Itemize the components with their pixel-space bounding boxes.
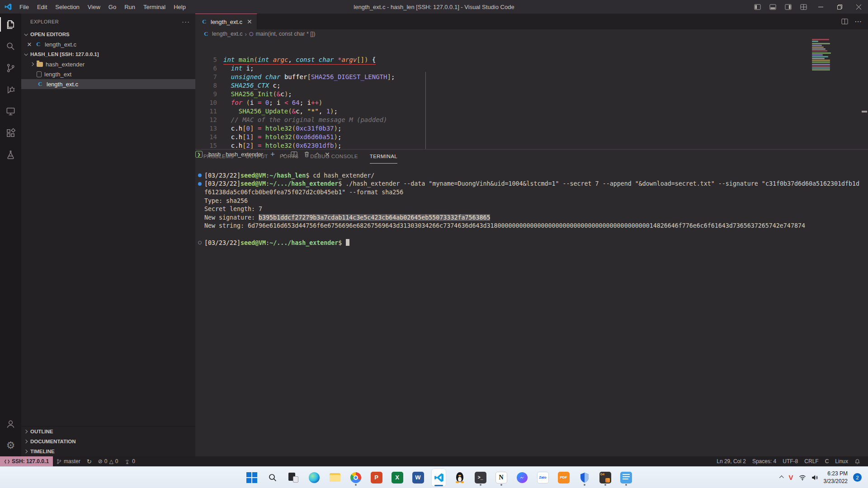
vscode-icon[interactable] xyxy=(431,469,446,487)
activity-explorer-icon[interactable] xyxy=(0,14,21,35)
tab-close-icon[interactable]: ✕ xyxy=(247,18,252,25)
volume-icon[interactable] xyxy=(811,474,818,481)
status-utf-8[interactable]: UTF-8 xyxy=(779,456,801,466)
panel-tab-output[interactable]: OUTPUT xyxy=(245,150,268,164)
section-outline[interactable]: OUTLINE xyxy=(21,427,195,436)
toggle-secondary-sidebar-icon[interactable] xyxy=(780,0,796,14)
explorer-actions-icon[interactable]: ··· xyxy=(182,18,190,25)
excel-icon[interactable]: X xyxy=(390,469,405,487)
panel-tab-terminal[interactable]: TERMINAL xyxy=(370,150,397,164)
menu-item-terminal[interactable]: Terminal xyxy=(140,2,169,12)
activity-run-debug-icon[interactable] xyxy=(0,79,21,100)
code-line-9[interactable]: 9 SHA256_Init(&c); xyxy=(195,90,868,99)
git-branch-indicator[interactable]: master xyxy=(53,456,84,466)
terminal[interactable]: [03/23/22]seed@VM:~/hash_len$ cd hash_ex… xyxy=(195,171,868,456)
section-documentation[interactable]: DOCUMENTATION xyxy=(21,436,195,446)
toggle-panel-icon[interactable] xyxy=(765,0,780,14)
section-timeline[interactable]: TIMELINE xyxy=(21,446,195,456)
activity-search-icon[interactable] xyxy=(0,35,21,57)
file-explorer-icon[interactable] xyxy=(327,469,342,487)
taskbar-clock[interactable]: 6:23 PM 3/23/2022 xyxy=(824,470,848,484)
minimap[interactable] xyxy=(812,38,840,88)
shield-app-icon[interactable] xyxy=(577,469,592,487)
unikey-icon[interactable]: V xyxy=(789,474,793,481)
search-taskbar-icon[interactable] xyxy=(265,469,280,487)
code-editor[interactable]: 5int main(int argc, const char *argv[]) … xyxy=(195,38,868,149)
code-line-15[interactable]: 15 c.h[2] = htole32(0x62301dfb); xyxy=(195,141,868,149)
status-c[interactable]: C xyxy=(822,456,832,466)
activity-testing-icon[interactable] xyxy=(0,144,21,165)
wifi-icon[interactable] xyxy=(799,474,806,481)
messenger-icon[interactable] xyxy=(514,469,529,487)
zalo-icon[interactable]: Zalo xyxy=(535,469,550,487)
menu-item-view[interactable]: View xyxy=(84,2,104,12)
code-line-11[interactable]: 11 SHA256_Update(&c, "*", 1); xyxy=(195,107,868,116)
code-line-13[interactable]: 13 c.h[0] = htole32(0xc31f0b37); xyxy=(195,124,868,133)
linux-penguin-icon[interactable] xyxy=(452,469,467,487)
tree-item-hash_extender[interactable]: hash_extender xyxy=(21,59,195,69)
menu-item-edit[interactable]: Edit xyxy=(33,2,51,12)
start-button[interactable] xyxy=(244,469,259,487)
code-line-12[interactable]: 12 // MAC of the original message M (pad… xyxy=(195,116,868,124)
notes-app-icon[interactable] xyxy=(618,469,633,487)
close-button[interactable] xyxy=(849,0,868,14)
status-ln-29-col-2[interactable]: Ln 29, Col 2 xyxy=(713,456,749,466)
menu-item-selection[interactable]: Selection xyxy=(52,2,83,12)
terminal-line-4: Secret length: 7 xyxy=(195,205,868,213)
activity-settings-gear-icon[interactable]: ⚙ xyxy=(0,435,21,456)
breadcrumb[interactable]: C length_ext.c › ⬡ main(int, const char … xyxy=(195,29,868,38)
problems-indicator[interactable]: ⊘0 △0 xyxy=(95,456,122,466)
close-editor-icon[interactable]: ✕ xyxy=(26,41,33,48)
activity-account-icon[interactable] xyxy=(0,413,21,435)
open-editors-section[interactable]: OPEN EDITORS xyxy=(21,29,195,39)
menu-item-run[interactable]: Run xyxy=(121,2,139,12)
panel-tab-debug-console[interactable]: DEBUG CONSOLE xyxy=(310,150,358,164)
dev-app-icon[interactable]: G4 xyxy=(598,469,613,487)
customize-layout-icon[interactable] xyxy=(796,0,811,14)
tray-expand-icon[interactable] xyxy=(779,475,783,480)
code-line-10[interactable]: 10 for (i = 0; i < 64; i++) xyxy=(195,99,868,107)
panel-tab-ports[interactable]: PORTS xyxy=(280,150,298,164)
status-spaces-4[interactable]: Spaces: 4 xyxy=(749,456,779,466)
open-editor-item[interactable]: ✕Clength_ext.c xyxy=(21,39,195,49)
powerpoint-icon[interactable]: P xyxy=(369,469,384,487)
task-view-icon[interactable] xyxy=(286,469,301,487)
code-line-8[interactable]: 8 SHA256_CTX c; xyxy=(195,81,868,90)
editor-more-actions-icon[interactable]: ⋯ xyxy=(854,17,862,26)
workspace-section[interactable]: HASH_LEN [SSH: 127.0.0.1] xyxy=(21,49,195,59)
scrollbar-marker[interactable] xyxy=(862,111,867,113)
status-linux[interactable]: Linux xyxy=(832,456,851,466)
code-line-14[interactable]: 14 c.h[1] = htole32(0xd6d60a51); xyxy=(195,133,868,141)
restore-button[interactable] xyxy=(830,0,849,14)
ports-indicator[interactable]: 0 xyxy=(121,456,138,466)
edge-icon[interactable] xyxy=(307,469,321,487)
remote-indicator[interactable]: SSH: 127.0.0.1 xyxy=(0,456,53,466)
panel-tab-problems[interactable]: PROBLEMS xyxy=(203,150,234,164)
notifications-bell-icon[interactable] xyxy=(851,456,863,466)
code-line-7[interactable]: 7 unsigned char buffer[SHA256_DIGEST_LEN… xyxy=(195,73,868,81)
activity-source-control-icon[interactable] xyxy=(0,57,21,79)
tree-item-length_ext[interactable]: length_ext xyxy=(21,69,195,79)
toggle-sidebar-icon[interactable] xyxy=(750,0,765,14)
activity-remote-explorer-icon[interactable] xyxy=(0,100,21,122)
split-editor-icon[interactable] xyxy=(841,18,848,25)
code-line-5[interactable]: 5int main(int argc, const char *argv[]) … xyxy=(195,56,868,64)
foxit-pdf-icon[interactable]: PDF xyxy=(556,469,571,487)
menu-item-file[interactable]: File xyxy=(16,2,33,12)
minimize-button[interactable] xyxy=(811,0,830,14)
tab-length-ext-c[interactable]: C length_ext.c ✕ xyxy=(195,14,257,29)
notion-icon[interactable]: N xyxy=(494,469,509,487)
tree-item-length_ext-c[interactable]: Clength_ext.c xyxy=(21,79,195,89)
code-line-6[interactable]: 6 int i; xyxy=(195,64,868,73)
breadcrumb-file[interactable]: length_ext.c xyxy=(212,31,242,37)
activity-extensions-icon[interactable] xyxy=(0,122,21,144)
notification-badge[interactable]: 2 xyxy=(853,473,862,482)
chrome-icon[interactable] xyxy=(348,469,363,487)
sync-changes-icon[interactable]: ↻ xyxy=(84,456,95,466)
status-crlf[interactable]: CRLF xyxy=(801,456,821,466)
breadcrumb-symbol[interactable]: main(int, const char * []) xyxy=(255,31,315,37)
word-icon[interactable]: W xyxy=(410,469,425,487)
terminal-app-icon[interactable]: >_ xyxy=(473,469,488,487)
menu-item-go[interactable]: Go xyxy=(105,2,120,12)
menu-item-help[interactable]: Help xyxy=(170,2,189,12)
